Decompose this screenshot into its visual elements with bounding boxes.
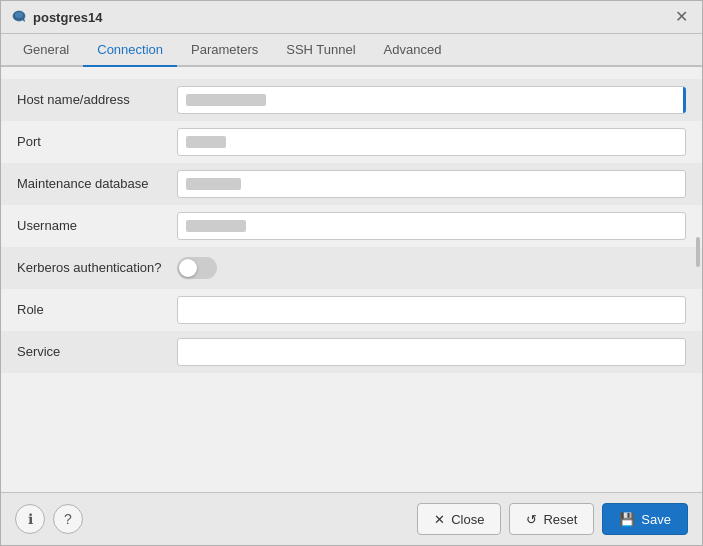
info-button[interactable]: ℹ	[15, 504, 45, 534]
title-bar: postgres14 ✕	[1, 1, 702, 34]
input-wrap-host	[177, 86, 686, 114]
username-input-display[interactable]	[177, 212, 686, 240]
dialog-title: postgres14	[33, 10, 102, 25]
host-blur	[186, 94, 266, 106]
maintenance-db-input-display[interactable]	[177, 170, 686, 198]
tab-ssh-tunnel[interactable]: SSH Tunnel	[272, 34, 369, 67]
label-maintenance-db: Maintenance database	[17, 176, 177, 193]
tab-advanced[interactable]: Advanced	[370, 34, 456, 67]
help-icon: ?	[64, 511, 72, 527]
port-input-display[interactable]	[177, 128, 686, 156]
input-wrap-port	[177, 128, 686, 156]
input-wrap-username	[177, 212, 686, 240]
port-blur	[186, 136, 226, 148]
field-row-host: Host name/address	[1, 79, 702, 121]
svg-point-1	[15, 12, 23, 18]
maintenance-db-blur	[186, 178, 241, 190]
input-accent	[683, 87, 686, 113]
field-row-username: Username	[1, 205, 702, 247]
field-row-maintenance-db: Maintenance database	[1, 163, 702, 205]
host-input-display[interactable]	[177, 86, 686, 114]
label-kerberos: Kerberos authentication?	[17, 260, 177, 277]
save-label: Save	[641, 512, 671, 527]
input-wrap-role	[177, 296, 686, 324]
scrollbar-indicator	[696, 237, 700, 267]
save-button[interactable]: 💾 Save	[602, 503, 688, 535]
input-wrap-kerberos	[177, 257, 686, 279]
reset-label: Reset	[543, 512, 577, 527]
save-icon: 💾	[619, 512, 635, 527]
close-icon: ✕	[434, 512, 445, 527]
reset-button[interactable]: ↺ Reset	[509, 503, 594, 535]
field-row-port: Port	[1, 121, 702, 163]
label-port: Port	[17, 134, 177, 151]
footer-left: ℹ ?	[15, 504, 83, 534]
help-button[interactable]: ?	[53, 504, 83, 534]
input-wrap-service	[177, 338, 686, 366]
footer-right: ✕ Close ↺ Reset 💾 Save	[417, 503, 688, 535]
field-row-role: Role	[1, 289, 702, 331]
kerberos-toggle[interactable]	[177, 257, 217, 279]
label-username: Username	[17, 218, 177, 235]
label-service: Service	[17, 344, 177, 361]
service-input[interactable]	[177, 338, 686, 366]
app-icon	[11, 9, 27, 25]
username-blur	[186, 220, 246, 232]
close-window-button[interactable]: ✕	[671, 7, 692, 27]
dialog: postgres14 ✕ General Connection Paramete…	[0, 0, 703, 546]
footer: ℹ ? ✕ Close ↺ Reset 💾 Save	[1, 492, 702, 545]
form-content: Host name/address Port Maintenance datab…	[1, 67, 702, 492]
tab-parameters[interactable]: Parameters	[177, 34, 272, 67]
reset-icon: ↺	[526, 512, 537, 527]
title-bar-left: postgres14	[11, 9, 102, 25]
toggle-slider	[177, 257, 217, 279]
kerberos-toggle-wrap	[177, 257, 686, 279]
tab-general[interactable]: General	[9, 34, 83, 67]
field-row-service: Service	[1, 331, 702, 373]
info-icon: ℹ	[28, 511, 33, 527]
tab-bar: General Connection Parameters SSH Tunnel…	[1, 34, 702, 67]
close-label: Close	[451, 512, 484, 527]
close-button[interactable]: ✕ Close	[417, 503, 501, 535]
role-input[interactable]	[177, 296, 686, 324]
tab-connection[interactable]: Connection	[83, 34, 177, 67]
label-host: Host name/address	[17, 92, 177, 109]
label-role: Role	[17, 302, 177, 319]
field-row-kerberos: Kerberos authentication?	[1, 247, 702, 289]
input-wrap-maintenance-db	[177, 170, 686, 198]
